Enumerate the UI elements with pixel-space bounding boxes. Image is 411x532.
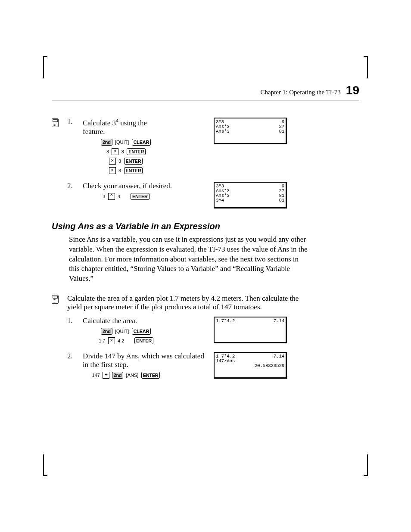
key-quit: [QUIT] — [115, 329, 129, 334]
page-number: 19 — [346, 84, 359, 97]
crop-mark — [354, 56, 368, 78]
key-clear: CLEAR — [132, 139, 151, 146]
key-sequence: 147 ÷ 2nd [ANS] ENTER — [83, 372, 169, 379]
step-number: 2. — [67, 352, 77, 381]
key-enter: ENTER — [124, 167, 143, 174]
key-enter: ENTER — [134, 337, 153, 344]
key-times: × — [109, 158, 116, 165]
key-enter: ENTER — [124, 158, 143, 165]
key-2nd: 2nd — [101, 139, 112, 146]
key-sequence: 1.7 × 4.2 ENTER — [83, 337, 169, 344]
key-divide: ÷ — [103, 372, 109, 379]
example-step: 2. Divide 147 by Ans, which was calculat… — [52, 352, 359, 381]
section-paragraph: Since Ans is a variable, you can use it … — [69, 235, 310, 284]
key-sequence: 3 × 3 ENTER — [83, 148, 169, 155]
key-times: × — [112, 148, 118, 155]
step-number: 1. — [67, 317, 77, 347]
key-sequence: 2nd [QUIT] CLEAR — [83, 139, 169, 146]
running-header: Chapter 1: Operating the TI-73 19 — [52, 82, 359, 100]
key-ans: [ANS] — [126, 373, 139, 378]
calculator-screen: 3*39 Ans*327 Ans*381 — [214, 118, 287, 144]
key-times: × — [108, 337, 115, 344]
key-sequence: 3 ^ 4 ENTER — [83, 193, 169, 200]
calculator-screen: 1.7*4.27.14 — [214, 317, 287, 343]
intro-text: Calculate the area of a garden plot 1.7 … — [67, 294, 308, 311]
calculator-icon — [52, 118, 59, 127]
crop-mark — [354, 454, 368, 476]
crop-mark — [43, 454, 57, 476]
example-step: 2. Check your answer, if desired. 3 ^ 4 … — [52, 182, 359, 208]
key-2nd: 2nd — [101, 328, 112, 335]
example-step: 1. Calculate 34 using the feature. 2nd [… — [52, 118, 359, 177]
key-sequence: × 3 ENTER — [83, 167, 169, 174]
step-text: Calculate the area. — [83, 317, 208, 325]
key-sequence: × 3 ENTER — [83, 158, 169, 165]
calculator-screen: 1.7*4.27.14 147/Ans 20.58823529 — [214, 352, 287, 379]
example-intro: Calculate the area of a garden plot 1.7 … — [52, 294, 359, 311]
key-enter: ENTER — [141, 372, 160, 379]
key-2nd: 2nd — [112, 372, 124, 379]
key-clear: CLEAR — [132, 328, 151, 335]
step-number: 1. — [67, 118, 77, 177]
crop-mark — [43, 56, 57, 78]
chapter-title: Chapter 1: Operating the TI-73 — [261, 89, 341, 96]
section-heading: Using Ans as a Variable in an Expression — [52, 221, 359, 231]
key-times: × — [109, 167, 116, 174]
key-caret: ^ — [108, 193, 115, 200]
calculator-icon — [52, 295, 59, 304]
key-enter: ENTER — [127, 148, 146, 155]
step-number: 2. — [67, 182, 77, 208]
calculator-screen: 3*39 Ans*327 Ans*381 3^481 — [214, 182, 287, 208]
example-step: 1. Calculate the area. 2nd [QUIT] CLEAR … — [52, 317, 359, 347]
step-text: Check your answer, if desired. — [83, 182, 208, 190]
key-quit: [QUIT] — [115, 140, 129, 145]
key-enter: ENTER — [131, 193, 149, 200]
key-sequence: 2nd [QUIT] CLEAR — [83, 328, 169, 335]
step-text: Divide 147 by Ans, which was calculated … — [83, 352, 208, 369]
step-text: Calculate 34 using the feature. — [83, 118, 208, 136]
